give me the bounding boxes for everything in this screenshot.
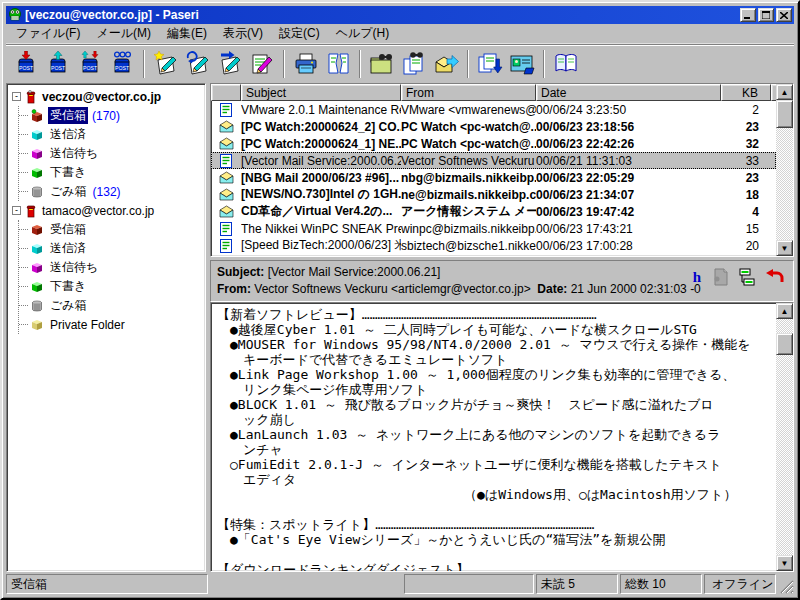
read-document-icon <box>220 239 232 253</box>
scroll-up-icon[interactable]: ▲ <box>776 84 793 100</box>
search-messages-button[interactable] <box>398 48 430 80</box>
column-status[interactable] <box>211 84 241 101</box>
title-bar[interactable]: [veczou@vector.co.jp] - Paseri <box>6 6 794 24</box>
folder-cube-icon <box>30 318 44 332</box>
attachment-icon[interactable] <box>711 267 729 287</box>
reply-message-button[interactable] <box>182 48 214 80</box>
column-from[interactable]: From <box>401 84 536 101</box>
menu-help[interactable]: ヘルプ(H) <box>328 23 398 44</box>
save-messages-button[interactable] <box>474 48 506 80</box>
svg-text:POST: POST <box>51 65 66 71</box>
folder-label: 送信済 <box>48 240 88 257</box>
split-message-button[interactable] <box>322 48 354 80</box>
scroll-track[interactable] <box>776 319 793 333</box>
column-date[interactable]: Date <box>536 84 721 101</box>
print-button[interactable] <box>290 48 322 80</box>
menu-view[interactable]: 表示(V) <box>215 23 271 44</box>
date-label: Date: <box>537 282 567 296</box>
move-message-button[interactable] <box>430 48 462 80</box>
menu-edit[interactable]: 編集(E) <box>159 23 215 44</box>
scroll-track[interactable] <box>776 355 793 555</box>
message-row[interactable]: [NBG Mail 2000/06/23 #96]...nbg@bizmails… <box>211 169 776 186</box>
subject-value: [Vector Mail Service:2000.06.21] <box>268 265 441 279</box>
main-area: - veczou@vector.co.jp 受信箱 (170) 送信済 送信待ち <box>6 83 794 572</box>
new-message-button[interactable] <box>150 48 182 80</box>
receive-mail-button[interactable]: POST <box>10 48 42 80</box>
folder-private[interactable]: Private Folder <box>19 315 203 334</box>
remote-mailbox-button[interactable]: POST <box>106 48 138 80</box>
folder-sent[interactable]: 送信済 <box>19 239 203 258</box>
postbox-icon <box>24 204 38 218</box>
minimize-button[interactable] <box>740 8 756 22</box>
address-card-button[interactable] <box>506 48 538 80</box>
folder-drafts[interactable]: 下書き <box>19 163 203 182</box>
scroll-thumb[interactable] <box>776 333 793 355</box>
send-mail-button[interactable]: POST <box>42 48 74 80</box>
show-header-icon[interactable]: h <box>693 269 701 286</box>
resize-grip[interactable] <box>778 578 794 594</box>
list-header: Subject From Date KB <box>211 84 776 101</box>
unread-envelope-icon <box>219 137 234 150</box>
status-progress-panel <box>404 574 534 594</box>
scroll-down-icon[interactable]: ▼ <box>776 240 793 256</box>
message-list: Subject From Date KB VMware 2.0.1 Mainte… <box>210 83 794 257</box>
folder-label: 送信待ち <box>48 259 100 276</box>
edit-message-button[interactable] <box>246 48 278 80</box>
reply-mark-icon[interactable] <box>765 269 785 285</box>
message-row[interactable]: [Speed BizTech:2000/06/23] 米マ...sbiztech… <box>211 237 776 254</box>
folder-trash[interactable]: ごみ箱 <box>19 296 203 315</box>
subject-label: Subject: <box>217 265 264 279</box>
account-label: veczou@vector.co.jp <box>42 90 161 104</box>
body-scrollbar[interactable]: ▲ ▼ <box>776 303 793 571</box>
address-book-button[interactable] <box>550 48 582 80</box>
message-row[interactable]: [PC Watch:20000624_2] CO...PC Watch <pc-… <box>211 118 776 135</box>
forward-message-button[interactable] <box>214 48 246 80</box>
account-row[interactable]: - veczou@vector.co.jp <box>9 87 203 106</box>
menu-mail[interactable]: メール(M) <box>88 23 159 44</box>
list-scrollbar[interactable]: ▲ ▼ <box>776 84 793 256</box>
folder-sent[interactable]: 送信済 <box>19 125 203 144</box>
message-row[interactable]: The Nikkei WinPC SNEAK Previe...winpc@bi… <box>211 220 776 237</box>
message-row[interactable]: [PC Watch:20000624_1] NE...PC Watch <pc-… <box>211 135 776 152</box>
thread-view-icon[interactable] <box>739 268 755 286</box>
message-row[interactable]: VMware 2.0.1 Maintenance Relea...VMware … <box>211 101 776 118</box>
send-receive-button[interactable]: POST <box>74 48 106 80</box>
message-row[interactable]: [NEWS/NO.730]Intel の 1GH...ne@bizmails.n… <box>211 186 776 203</box>
folder-outbox[interactable]: 送信待ち <box>19 258 203 277</box>
scroll-thumb[interactable] <box>776 100 793 128</box>
close-button[interactable] <box>776 8 792 22</box>
menu-file[interactable]: ファイル(F) <box>8 23 88 44</box>
folder-inbox[interactable]: 受信箱 (170) <box>19 106 203 125</box>
scroll-down-icon[interactable]: ▼ <box>776 555 793 571</box>
message-row-selected[interactable]: [Vector Mail Service:2000.06.21]Vector S… <box>211 152 776 169</box>
folder-label: 送信待ち <box>48 145 100 162</box>
column-subject[interactable]: Subject <box>241 84 401 101</box>
scroll-up-icon[interactable]: ▲ <box>776 303 793 319</box>
folder-trash[interactable]: ごみ箱 (132) <box>19 182 203 201</box>
search-folder-button[interactable] <box>366 48 398 80</box>
column-kb[interactable]: KB <box>721 84 771 101</box>
account-row[interactable]: - tamaco@vector.co.jp <box>9 201 203 220</box>
folder-outbox[interactable]: 送信待ち <box>19 144 203 163</box>
menu-settings[interactable]: 設定(C) <box>271 23 328 44</box>
toolbar: POST POST POST POST <box>6 44 794 82</box>
message-row[interactable]: CD革命／Virtual Ver4.2の...アーク情報システム メール...0… <box>211 203 776 220</box>
folder-label: 下書き <box>48 278 88 295</box>
preview-header: Subject: [Vector Mail Service:2000.06.21… <box>210 260 794 302</box>
read-document-icon <box>220 103 232 117</box>
read-document-icon <box>220 222 232 236</box>
maximize-button[interactable] <box>758 8 774 22</box>
collapse-toggle[interactable]: - <box>12 92 21 101</box>
toolbar-separator <box>359 50 361 78</box>
collapse-toggle[interactable]: - <box>12 206 21 215</box>
queue-cube-icon <box>30 261 44 275</box>
scroll-track[interactable] <box>776 128 793 240</box>
folder-drafts[interactable]: 下書き <box>19 277 203 296</box>
folder-label: 下書き <box>48 164 88 181</box>
svg-text:POST: POST <box>19 65 34 71</box>
toolbar-separator <box>283 50 285 78</box>
status-online-mode[interactable]: オフライン <box>704 574 776 594</box>
unread-envelope-icon <box>219 188 234 201</box>
folder-inbox[interactable]: 受信箱 <box>19 220 203 239</box>
status-unread: 未読 5 <box>536 574 618 594</box>
